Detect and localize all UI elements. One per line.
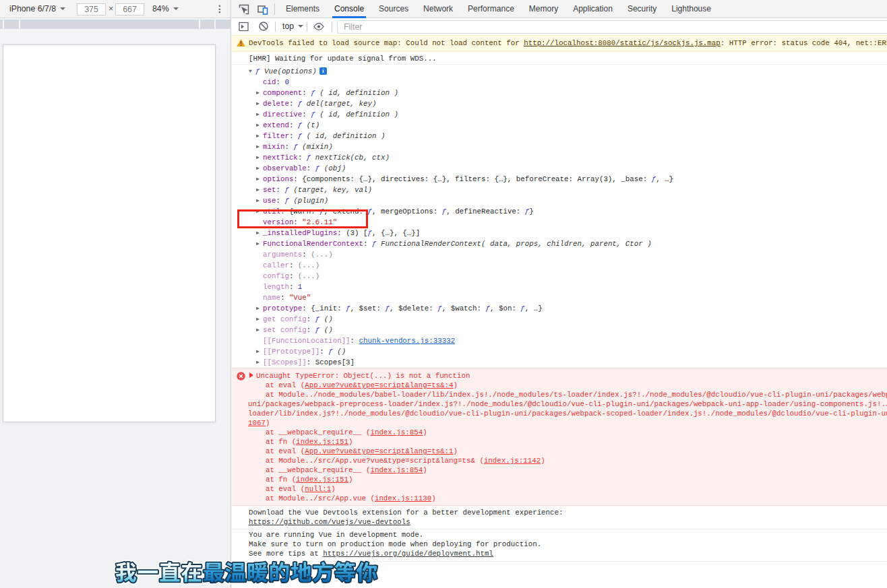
- stack-source-link[interactable]: index.js:854: [370, 428, 423, 436]
- property-value-segment: (3) [: [346, 229, 367, 237]
- expand-triangle-icon[interactable]: ▶: [256, 141, 263, 152]
- expand-triangle-icon[interactable]: ▶: [256, 174, 263, 185]
- expand-triangle-icon[interactable]: ▶: [256, 346, 263, 357]
- toolbar-separator: [274, 3, 275, 15]
- expand-triangle-icon[interactable]: ▶: [256, 325, 263, 335]
- device-viewport[interactable]: [3, 44, 216, 422]
- expand-triangle-icon[interactable]: [249, 372, 253, 378]
- expand-triangle-icon[interactable]: ▶: [256, 120, 263, 131]
- tab-lighthouse[interactable]: Lighthouse: [664, 0, 718, 18]
- tree-property-length: length: 1: [232, 282, 887, 292]
- tab-sources[interactable]: Sources: [371, 0, 416, 18]
- expand-triangle-icon[interactable]: ▶: [256, 228, 263, 238]
- tab-network[interactable]: Network: [416, 0, 460, 18]
- zoom-select-label: 84%: [152, 4, 169, 13]
- expand-triangle-icon[interactable]: ▼: [249, 66, 255, 77]
- tab-security[interactable]: Security: [620, 0, 664, 18]
- expand-triangle-icon[interactable]: ▶: [256, 163, 263, 174]
- expand-triangle-icon[interactable]: ▶: [256, 109, 263, 120]
- property-value-segment: (plugin): [293, 197, 328, 205]
- info-icon[interactable]: i: [319, 67, 327, 75]
- tree-property-cid: cid: 0: [232, 77, 887, 88]
- devtools-promo-link[interactable]: https://github.com/vuejs/vue-devtools: [249, 518, 410, 526]
- tab-application[interactable]: Application: [565, 0, 620, 18]
- property-value-segment: ƒ: [284, 197, 293, 205]
- stack-source-link[interactable]: App.vue?vue&type=script&lang=ts&:1: [305, 447, 453, 455]
- subtitle-glyph: [138, 570, 158, 573]
- toggle-device-toolbar-icon[interactable]: [257, 3, 269, 15]
- execution-context-select[interactable]: top: [282, 18, 303, 35]
- tab-memory[interactable]: Memory: [522, 0, 565, 18]
- media-query-bar[interactable]: [0, 20, 231, 29]
- expand-triangle-icon[interactable]: ▶: [256, 88, 263, 98]
- expand-triangle-icon[interactable]: ▶: [256, 98, 263, 109]
- tab-performance[interactable]: Performance: [460, 0, 522, 18]
- device-select[interactable]: iPhone 6/7/8: [9, 0, 65, 18]
- property-name: set config: [263, 326, 307, 334]
- media-query-segment[interactable]: [216, 20, 231, 29]
- expand-triangle-icon[interactable]: ▶: [256, 357, 263, 368]
- property-value-segment: :: [289, 132, 298, 140]
- inspect-element-icon[interactable]: [238, 3, 250, 15]
- property-value-segment: , $delete:: [390, 304, 437, 313]
- clear-console-icon[interactable]: [258, 21, 269, 32]
- stack-source-link[interactable]: index.js:1142: [484, 457, 541, 465]
- error-head: Uncaught TypeError: Object(...) is not a…: [232, 371, 887, 381]
- tree-property-getconfig: ▶get config: ƒ (): [232, 314, 887, 325]
- property-value-segment: ƒ: [298, 132, 307, 140]
- stack-source-link[interactable]: index.js:1130: [375, 494, 431, 502]
- tree-property-prototype: ▶prototype: {_init: ƒ, $set: ƒ, $delete:…: [232, 303, 887, 314]
- zoom-select[interactable]: 84%: [152, 0, 179, 18]
- stack-source-link[interactable]: 1067: [248, 419, 266, 427]
- property-value-segment: (...): [298, 272, 319, 280]
- stack-source-link[interactable]: index.js:854: [370, 466, 423, 474]
- expand-triangle-icon[interactable]: ▶: [256, 314, 263, 325]
- expand-triangle-icon[interactable]: ▶: [256, 303, 263, 314]
- expand-triangle-icon[interactable]: ▶: [256, 131, 263, 141]
- stack-source-link[interactable]: index.js:151: [296, 476, 348, 484]
- tree-property-set: ▶set: ƒ (target, key, val): [232, 185, 887, 195]
- stack-frame: at Module../src/App.vue (index.js:1130): [232, 494, 887, 503]
- stack-source-link[interactable]: null:1: [305, 485, 331, 493]
- property-value-segment: (target, key, val): [293, 186, 372, 194]
- expand-triangle-icon[interactable]: ▶: [256, 185, 263, 195]
- property-value-segment: ƒ: [311, 110, 319, 119]
- tab-elements[interactable]: Elements: [278, 0, 327, 18]
- stack-text: at fn (: [248, 438, 296, 446]
- property-name: name: [263, 294, 280, 302]
- warning-text: DevTools failed to load source map: Coul…: [249, 39, 524, 47]
- more-options-icon[interactable]: ⋮: [214, 2, 225, 15]
- stack-source-link[interactable]: index.js:151: [296, 438, 348, 446]
- property-value-segment: (...): [311, 251, 332, 259]
- media-query-segment[interactable]: [200, 20, 214, 29]
- property-value-segment: del(target, key): [307, 100, 377, 108]
- tab-console[interactable]: Console: [327, 0, 371, 18]
- media-query-segment[interactable]: [0, 20, 3, 29]
- source-location-link[interactable]: chunk-vendors.js:33332: [359, 337, 456, 345]
- stack-text: ): [266, 419, 270, 427]
- console-filter-input[interactable]: Filter: [337, 20, 887, 34]
- hmr-text: [HMR] Waiting for update signal from WDS…: [249, 55, 437, 63]
- warning-sourcemap-link[interactable]: http://localhost:8080/static/js/sockjs.j…: [524, 39, 721, 47]
- expand-triangle-icon[interactable]: ▶: [256, 195, 263, 206]
- media-query-segment[interactable]: [20, 20, 199, 29]
- stack-text: at eval (: [248, 485, 305, 493]
- property-value-segment: ( id, definition ): [319, 89, 398, 97]
- stack-source-link[interactable]: App.vue?vue&type=script&lang=ts&:4: [305, 381, 453, 389]
- stack-frame: at fn (index.js:151): [232, 475, 887, 484]
- live-expression-eye-icon[interactable]: [313, 21, 325, 32]
- viewport-height-input[interactable]: 667: [115, 3, 144, 15]
- tree-property-functionalrendercontext: ▶FunctionalRenderContext: ƒ FunctionalRe…: [232, 238, 887, 249]
- property-value-segment: , $on:: [490, 304, 520, 313]
- expand-triangle-icon[interactable]: ▶: [256, 152, 263, 163]
- console-sidebar-icon[interactable]: [238, 21, 249, 32]
- property-value-segment: , $set:: [350, 304, 386, 313]
- property-value-segment: :: [289, 121, 298, 129]
- viewport-width-input[interactable]: 375: [77, 3, 106, 15]
- media-query-segment[interactable]: [4, 20, 19, 29]
- expand-triangle-icon[interactable]: ▶: [256, 238, 263, 249]
- stack-frame: at __webpack_require__ (index.js:854): [232, 465, 887, 475]
- property-value-segment: (): [324, 326, 333, 334]
- console-warning-message: DevTools failed to load source map: Coul…: [232, 35, 887, 52]
- property-value-segment: :: [302, 110, 311, 119]
